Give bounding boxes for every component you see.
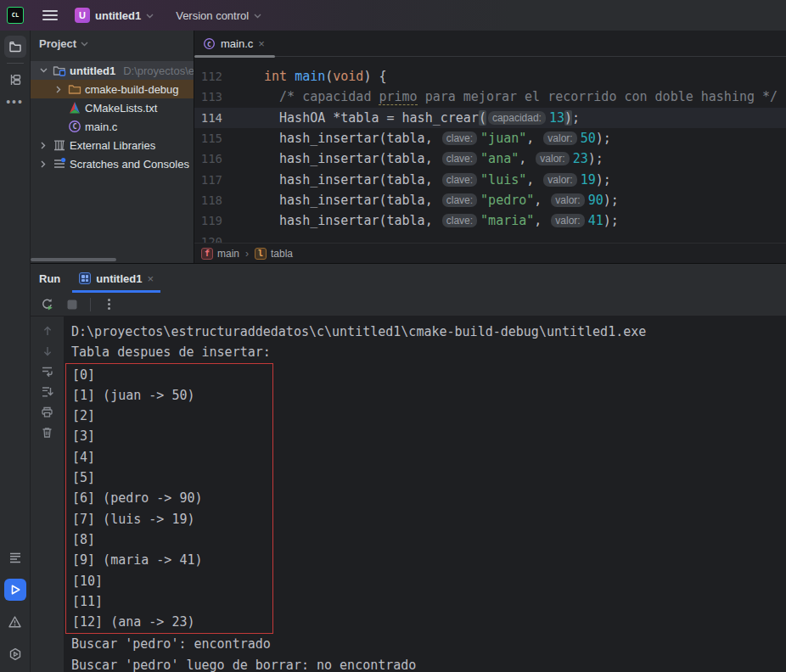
c-file-icon: C bbox=[68, 120, 81, 133]
project-tool-button folder-icon[interactable] bbox=[4, 36, 26, 58]
console-line: [10] bbox=[72, 571, 272, 591]
line-number[interactable]: 118 bbox=[194, 193, 222, 207]
chevron-down-icon bbox=[81, 42, 88, 47]
breadcrumb-tabla[interactable]: l tabla bbox=[255, 248, 293, 260]
horizontal-scrollbar-thumb[interactable] bbox=[31, 258, 116, 261]
code-line-113[interactable]: 113 /* capacidad primo para mejorar el r… bbox=[194, 87, 786, 107]
code-line-112[interactable]: 112int main(void) { bbox=[194, 66, 786, 87]
line-number[interactable]: 113 bbox=[194, 90, 222, 104]
inlay-hint[interactable]: valor: bbox=[536, 152, 569, 165]
code-text: hash_insertar(tabla, clave:"juan", valor… bbox=[264, 131, 611, 146]
inlay-hint[interactable]: capacidad: bbox=[488, 111, 546, 125]
breadcrumb-label: main bbox=[217, 248, 239, 260]
problems-tool-button warning-triangle-icon[interactable] bbox=[4, 611, 26, 633]
soft-wrap-icon[interactable] bbox=[40, 364, 54, 378]
run-tool-button play-icon[interactable] bbox=[4, 579, 26, 601]
console-line: Buscar 'pedro': encontrado bbox=[64, 634, 786, 654]
console-line: [7] (luis -> 19) bbox=[72, 509, 272, 529]
cmake-icon bbox=[68, 101, 81, 115]
down-arrow-icon[interactable] bbox=[40, 344, 54, 358]
code-line-118[interactable]: 118 hash_insertar(tabla, clave:"pedro", … bbox=[194, 190, 786, 210]
run-tab-label: untitled1 bbox=[96, 272, 142, 285]
inlay-hint[interactable]: valor: bbox=[543, 132, 576, 145]
line-number[interactable]: 114 bbox=[194, 111, 222, 125]
scratches-icon bbox=[53, 157, 66, 171]
inlay-hint[interactable]: valor: bbox=[543, 173, 576, 187]
chevron-right-icon[interactable] bbox=[37, 160, 49, 168]
code-line-114[interactable]: 114 HashOA *tabla = hash_crear(capacidad… bbox=[194, 108, 786, 128]
code-text: hash_insertar(tabla, clave:"ana", valor:… bbox=[264, 151, 604, 166]
tree-item-label: untitled1 bbox=[70, 64, 115, 77]
trash-icon[interactable] bbox=[40, 425, 54, 440]
inlay-hint[interactable]: clave: bbox=[442, 193, 477, 207]
project-widget[interactable]: U untitled1 bbox=[70, 4, 159, 26]
inlay-hint[interactable]: valor: bbox=[551, 214, 584, 227]
code-line-117[interactable]: 117 hash_insertar(tabla, clave:"luis", v… bbox=[194, 169, 786, 189]
inlay-hint[interactable]: clave: bbox=[442, 214, 477, 227]
tree-item-main-c[interactable]: Cmain.c bbox=[31, 117, 194, 136]
code-line-116[interactable]: 116 hash_insertar(tabla, clave:"ana", va… bbox=[194, 148, 786, 169]
console-gutter bbox=[31, 316, 64, 672]
line-number[interactable]: 120 bbox=[194, 235, 222, 243]
line-number[interactable]: 116 bbox=[194, 152, 222, 165]
project-panel: Project untitled1D:\proyectos\escmake-bu… bbox=[31, 31, 194, 263]
code-line-119[interactable]: 119 hash_insertar(tabla, clave:"maria", … bbox=[194, 210, 786, 231]
tree-item-cmake-build-debug[interactable]: cmake-build-debug bbox=[31, 80, 194, 98]
breadcrumb-main[interactable]: f main bbox=[201, 248, 239, 260]
run-tab-untitled1[interactable]: untitled1 × bbox=[72, 264, 160, 293]
chevron-down-icon[interactable] bbox=[37, 68, 49, 73]
tree-item-scratches-and-consoles[interactable]: Scratches and Consoles bbox=[31, 154, 194, 173]
tree-item-external-libraries[interactable]: External Libraries bbox=[31, 136, 194, 154]
code-line-115[interactable]: 115 hash_insertar(tabla, clave:"juan", v… bbox=[194, 128, 786, 148]
tree-item-cmakelists-txt[interactable]: CMakeLists.txt bbox=[31, 98, 194, 117]
chevron-right-icon[interactable] bbox=[37, 142, 49, 149]
line-number[interactable]: 119 bbox=[194, 214, 222, 227]
more-options-button kebab-icon[interactable] bbox=[101, 297, 116, 312]
up-arrow-icon[interactable] bbox=[40, 323, 54, 338]
editor-tab-label: main.c bbox=[221, 37, 253, 50]
project-tree: untitled1D:\proyectos\escmake-build-debu… bbox=[31, 61, 194, 173]
close-icon[interactable]: × bbox=[147, 272, 154, 285]
stop-button stop-icon[interactable] bbox=[65, 297, 80, 312]
editor-tab-main-c[interactable]: C main.c × bbox=[194, 31, 273, 56]
chevron-down-icon bbox=[146, 14, 154, 19]
run-toolbar bbox=[31, 293, 786, 316]
inlay-hint[interactable]: clave: bbox=[442, 173, 477, 187]
more-tool-windows-button ellipsis-icon[interactable]: ••• bbox=[4, 91, 26, 113]
console-line: [5] bbox=[72, 468, 272, 488]
console-line: [12] (ana -> 23) bbox=[72, 612, 272, 632]
chevron-down-icon bbox=[254, 14, 261, 19]
printer-icon[interactable] bbox=[40, 405, 54, 419]
run-tool-window: Run untitled1 × bbox=[31, 263, 786, 672]
close-icon[interactable]: × bbox=[258, 37, 265, 50]
inlay-hint[interactable]: clave: bbox=[442, 152, 477, 165]
tree-item-label: main.c bbox=[85, 120, 117, 133]
project-panel-header[interactable]: Project bbox=[31, 31, 194, 56]
editor-panel: C main.c × 112int main(void) {113 /* cap… bbox=[194, 31, 786, 263]
line-number[interactable]: 115 bbox=[194, 132, 222, 145]
tree-item-untitled1[interactable]: untitled1D:\proyectos\es bbox=[31, 61, 194, 80]
line-number[interactable]: 112 bbox=[194, 70, 222, 83]
divider bbox=[7, 63, 24, 64]
console-line: [1] (juan -> 50) bbox=[72, 385, 272, 406]
inlay-hint[interactable]: valor: bbox=[551, 193, 584, 207]
code-text: /* capacidad primo para mejorar el recor… bbox=[264, 89, 778, 105]
app-window-icon bbox=[79, 272, 91, 284]
text-lines-tool-button lines-icon[interactable] bbox=[4, 546, 26, 568]
structure-tool-button structure-icon[interactable] bbox=[4, 69, 26, 91]
code-line-120[interactable]: 120 bbox=[194, 231, 786, 243]
variable-badge-icon: l bbox=[255, 248, 267, 260]
inlay-hint[interactable]: clave: bbox=[442, 132, 477, 145]
services-tool-button hexagon-play-icon[interactable] bbox=[4, 643, 26, 665]
main-menu-hamburger-icon[interactable] bbox=[42, 10, 58, 20]
chevron-right-icon[interactable] bbox=[53, 86, 65, 93]
code-area[interactable]: 112int main(void) {113 /* capacidad prim… bbox=[194, 58, 786, 243]
rerun-button rerun-icon[interactable] bbox=[39, 297, 54, 312]
console-line: Buscar 'pedro' luego de borrar: no encon… bbox=[64, 655, 786, 672]
console-line: [0] bbox=[72, 365, 272, 385]
vcs-widget[interactable]: Version control bbox=[171, 6, 267, 25]
line-number[interactable]: 117 bbox=[194, 173, 222, 187]
project-folder-icon bbox=[53, 64, 66, 77]
scroll-to-end-icon[interactable] bbox=[40, 384, 54, 399]
titlebar: CL U untitled1 Version control bbox=[0, 0, 786, 31]
